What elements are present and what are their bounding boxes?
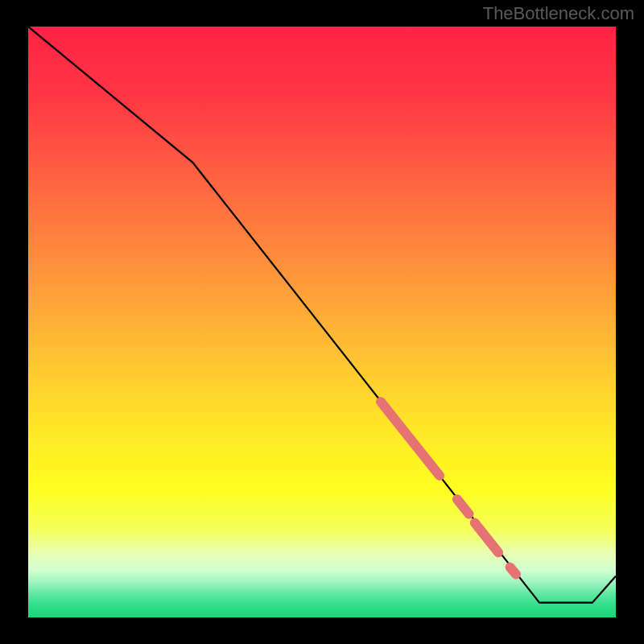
plot-area [28,27,616,617]
chart-container: TheBottleneck.com [0,0,644,644]
svg-line-3 [475,523,498,553]
svg-line-1 [381,402,440,476]
curve-layer [28,27,616,617]
watermark-text: TheBottleneck.com [483,3,634,24]
svg-line-4 [510,568,516,575]
bottleneck-curve [28,27,616,603]
svg-line-2 [457,499,469,514]
